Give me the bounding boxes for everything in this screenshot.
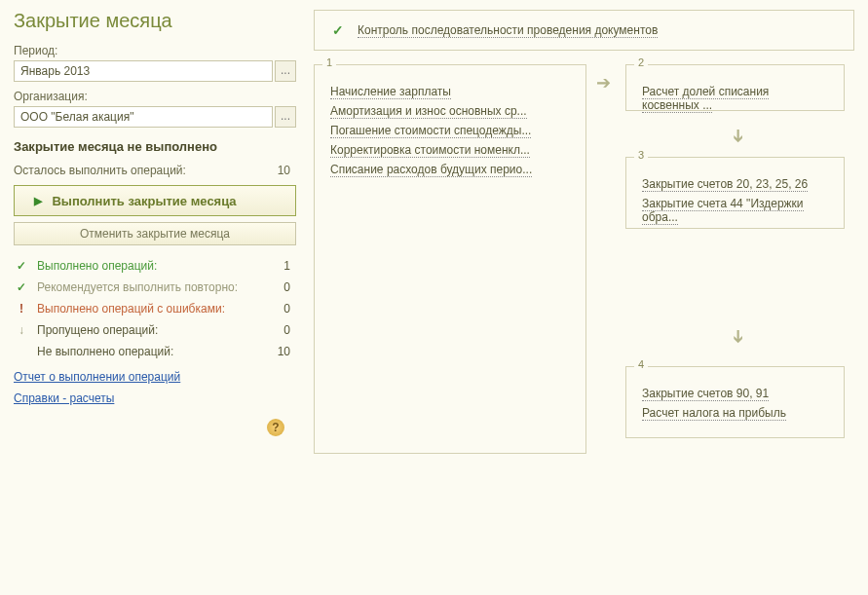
stat-count: 0 bbox=[277, 323, 296, 337]
control-sequence-link[interactable]: Контроль последовательности проведения д… bbox=[358, 23, 658, 38]
step-3-number: 3 bbox=[634, 149, 648, 161]
org-picker-button[interactable]: ... bbox=[275, 106, 296, 128]
operation-link[interactable]: Закрытие счетов 20, 23, 25, 26 bbox=[642, 177, 808, 192]
stat-row: ↓Пропущено операций:0 bbox=[14, 319, 296, 341]
step-2-box: 2 Расчет долей списания косвенных ... bbox=[625, 64, 845, 111]
stat-icon: ! bbox=[14, 302, 29, 316]
step-4-number: 4 bbox=[634, 358, 648, 370]
stat-row: ✓Выполнено операций:1 bbox=[14, 255, 296, 277]
control-box: ✓ Контроль последовательности проведения… bbox=[314, 10, 854, 51]
stat-label: Не выполнено операций: bbox=[37, 345, 269, 358]
step-1-box: 1 Начисление зарплатыАмортизация и износ… bbox=[314, 64, 586, 454]
page-title: Закрытие месяца bbox=[14, 10, 296, 32]
stat-count: 1 bbox=[277, 259, 296, 273]
remaining-count: 10 bbox=[278, 164, 290, 177]
operation-link[interactable]: Амортизация и износ основных ср... bbox=[330, 104, 527, 119]
arrow-icon: ➔ bbox=[728, 129, 749, 143]
stat-row: ✓Рекомендуется выполнить повторно:0 bbox=[14, 277, 296, 298]
check-icon: ✓ bbox=[332, 22, 344, 38]
arrow-icon: ➔ bbox=[596, 72, 611, 93]
period-input[interactable] bbox=[14, 60, 273, 82]
stat-count: 0 bbox=[277, 280, 296, 294]
step-4-box: 4 Закрытие счетов 90, 91Расчет налога на… bbox=[625, 366, 845, 438]
period-label: Период: bbox=[14, 44, 296, 57]
operation-link[interactable]: Начисление зарплаты bbox=[330, 85, 451, 99]
stat-row: Не выполнено операций:10 bbox=[14, 341, 296, 362]
stat-label: Выполнено операций: bbox=[37, 259, 269, 273]
step-1-number: 1 bbox=[322, 56, 336, 68]
operation-link[interactable]: Корректировка стоимости номенкл... bbox=[330, 143, 530, 158]
execute-button-label: Выполнить закрытие месяца bbox=[52, 194, 236, 208]
remaining-label: Осталось выполнить операций: bbox=[14, 164, 186, 177]
execute-closing-button[interactable]: ▶ Выполнить закрытие месяца bbox=[14, 185, 296, 216]
org-label: Организация: bbox=[14, 90, 296, 103]
step-3-box: 3 Закрытие счетов 20, 23, 25, 26Закрытие… bbox=[625, 157, 845, 229]
stat-icon: ✓ bbox=[14, 280, 29, 294]
help-icon[interactable]: ? bbox=[267, 419, 284, 436]
stat-label: Выполнено операций с ошибками: bbox=[37, 302, 269, 316]
operation-link[interactable]: Списание расходов будущих перио... bbox=[330, 163, 532, 177]
stat-label: Рекомендуется выполнить повторно: bbox=[37, 280, 269, 294]
stat-count: 10 bbox=[277, 345, 296, 358]
report-link[interactable]: Отчет о выполнении операций bbox=[14, 370, 296, 384]
stat-count: 0 bbox=[277, 302, 296, 316]
stat-icon: ↓ bbox=[14, 323, 29, 337]
stat-label: Пропущено операций: bbox=[37, 323, 269, 337]
operation-link[interactable]: Погашение стоимости спецодежды... bbox=[330, 124, 531, 138]
cancel-closing-button[interactable]: Отменить закрытие месяца bbox=[14, 222, 296, 245]
org-input[interactable] bbox=[14, 106, 273, 128]
step-2-number: 2 bbox=[634, 56, 648, 68]
operation-link[interactable]: Расчет налога на прибыль bbox=[642, 406, 786, 421]
operation-link[interactable]: Расчет долей списания косвенных ... bbox=[642, 85, 769, 113]
period-picker-button[interactable]: ... bbox=[275, 60, 296, 82]
stat-icon: ✓ bbox=[14, 259, 29, 273]
stat-row: !Выполнено операций с ошибками:0 bbox=[14, 298, 296, 319]
closing-status: Закрытие месяца не выполнено bbox=[14, 139, 296, 154]
play-icon: ▶ bbox=[34, 195, 42, 207]
operation-link[interactable]: Закрытие счетов 90, 91 bbox=[642, 387, 769, 401]
arrow-icon: ➔ bbox=[728, 329, 749, 344]
references-link[interactable]: Справки - расчеты bbox=[14, 391, 296, 405]
operation-link[interactable]: Закрытие счета 44 "Издержки обра... bbox=[642, 197, 804, 225]
